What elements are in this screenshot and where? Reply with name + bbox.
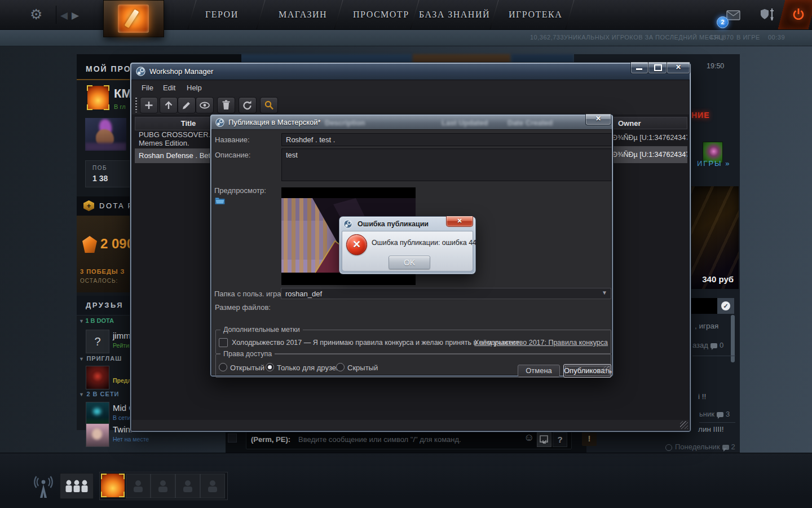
chat-help-button[interactable]: ? xyxy=(553,432,567,447)
add-item-button[interactable] xyxy=(140,97,158,113)
cancel-button[interactable]: Отмена xyxy=(518,365,560,377)
nav-separator xyxy=(490,0,499,29)
browse-folder-icon[interactable] xyxy=(215,196,225,205)
access-radio[interactable] xyxy=(336,363,345,371)
comment-bubble-icon xyxy=(710,343,717,348)
friend-avatar xyxy=(86,402,109,426)
divider xyxy=(56,6,56,24)
party-slot-empty[interactable] xyxy=(175,474,200,498)
party-slot-empty[interactable] xyxy=(126,474,151,498)
friend-group-online[interactable]: ▼ 2 В СЕТИ xyxy=(79,391,120,397)
toolbar-drag-handle[interactable] xyxy=(135,98,137,112)
hero-shoulder xyxy=(85,143,126,151)
in-game-count: 434,870 xyxy=(709,34,734,41)
mail-icon[interactable] xyxy=(726,10,740,20)
nav-separator xyxy=(566,0,575,29)
nav-back-icon[interactable]: ◀ xyxy=(60,10,68,21)
steam-icon xyxy=(215,118,224,127)
slot-frame-corner xyxy=(119,492,125,497)
ghost-column-date-created: Date Created xyxy=(508,119,553,127)
menu-file[interactable]: File xyxy=(142,84,153,92)
dialog-close-button[interactable]: ✕ xyxy=(585,114,611,125)
tab-watch[interactable]: ПРОСМОТР xyxy=(353,10,409,20)
resize-grip[interactable] xyxy=(680,421,688,429)
search-button[interactable] xyxy=(260,97,278,113)
tab-arcade[interactable]: ИГРОТЕКА xyxy=(509,10,562,20)
party-slot-empty[interactable] xyxy=(200,474,225,498)
folder-combobox[interactable]: roshan_def ▼ xyxy=(281,288,611,299)
dialog-resize-grip[interactable] xyxy=(603,366,610,374)
access-group-label: Права доступа xyxy=(220,350,275,358)
tab-my-profile[interactable]: МОЙ ПРО xyxy=(86,64,131,73)
error-close-button[interactable]: ✕ xyxy=(446,216,473,227)
friend-group-in-dota[interactable]: ▼ 1 В DOTA xyxy=(79,317,114,324)
minimize-button[interactable] xyxy=(630,62,648,74)
contest-rules-link[interactable]: Холодрыжество 2017: Правила конкурса xyxy=(474,339,608,347)
menu-edit[interactable]: Edit xyxy=(163,84,175,92)
games-link[interactable]: ИГРЫ » xyxy=(697,159,730,168)
armory-icon[interactable] xyxy=(760,8,776,23)
slot-frame-corner xyxy=(101,492,107,497)
popout-chat-button[interactable] xyxy=(537,432,551,447)
friend-avatar: ? xyxy=(86,330,109,353)
chat-channel-prefix: (Perm, PE): xyxy=(251,435,290,444)
dota-logo-gem xyxy=(118,5,149,33)
tab-heroes[interactable]: ГЕРОИ xyxy=(205,10,239,20)
description-textarea[interactable]: test xyxy=(281,148,612,181)
filesize-label: Размер файлов: xyxy=(215,303,271,312)
contest-checkbox[interactable] xyxy=(219,338,228,347)
feed-line: лин IIII! xyxy=(698,425,723,433)
dota-logo[interactable] xyxy=(103,0,164,37)
access-option-label: Открытый xyxy=(230,364,264,372)
party-slot-empty[interactable] xyxy=(151,474,175,498)
dialog-titlebar[interactable]: Публикация в Мастерской* Description Las… xyxy=(211,116,612,129)
upload-button[interactable] xyxy=(160,97,178,113)
close-button[interactable]: ✕ xyxy=(667,62,690,74)
emoticon-button[interactable]: ☺ xyxy=(524,432,534,444)
error-dialog-title: Ошибка публикации xyxy=(358,220,429,228)
check-circle-icon: ✓ xyxy=(721,301,730,310)
friend-avatar xyxy=(86,423,109,447)
party-slot-avatar[interactable] xyxy=(101,474,125,497)
nav-forward-icon[interactable]: ▶ xyxy=(72,10,79,21)
slot-frame-corner xyxy=(119,474,125,479)
ok-button[interactable]: OK xyxy=(389,256,430,269)
chat-input[interactable]: (Perm, PE): Введите сообщение или символ… xyxy=(246,431,572,449)
feed-divider xyxy=(699,422,735,423)
name-input[interactable]: Roshdef . test . xyxy=(281,133,612,146)
player-avatar[interactable] xyxy=(87,86,109,110)
broadcast-icon[interactable] xyxy=(33,475,54,499)
group-people-icon xyxy=(65,479,89,493)
delete-button[interactable] xyxy=(217,97,235,113)
wins-value: 1 38 xyxy=(92,174,108,183)
feed-comment-row[interactable]: Понедельник2 xyxy=(665,443,735,451)
friend-group-invites[interactable]: ▼ ПРИГЛАШ xyxy=(79,355,122,362)
settings-gear-icon[interactable]: ⚙ xyxy=(30,6,42,23)
access-radio[interactable] xyxy=(266,363,274,371)
menu-help[interactable]: Help xyxy=(187,84,202,92)
tags-group-label: Дополнительные метки xyxy=(220,326,303,334)
hood-shape xyxy=(91,370,104,384)
feed-comment-text: ьник xyxy=(699,410,714,418)
hero-portrait[interactable] xyxy=(85,118,126,151)
window-titlebar[interactable]: Workshop Manager xyxy=(131,64,690,80)
tab-store[interactable]: МАГАЗИН xyxy=(279,10,327,20)
column-header-owner[interactable]: Owner xyxy=(612,117,687,129)
window-footer xyxy=(132,420,689,430)
chat-collapse-button[interactable] xyxy=(228,433,237,443)
feed-divider xyxy=(692,356,735,356)
access-radio[interactable] xyxy=(219,363,227,371)
feed-comment-row[interactable]: ьник3 xyxy=(699,410,730,418)
tab-learn[interactable]: БАЗА ЗНАНИЙ xyxy=(419,10,490,20)
feed-comment-row[interactable]: азад0 xyxy=(692,341,723,349)
view-button[interactable] xyxy=(196,97,214,113)
feed-line: i !! xyxy=(698,392,706,401)
power-button[interactable] xyxy=(792,7,805,22)
alert-button[interactable]: ! xyxy=(582,431,597,446)
confirm-check-button[interactable]: ✓ xyxy=(717,298,734,314)
edit-button[interactable] xyxy=(178,97,196,113)
session-time: 00:39 xyxy=(768,34,785,41)
refresh-button[interactable] xyxy=(239,97,257,113)
party-group-button[interactable] xyxy=(60,473,94,499)
maximize-button[interactable] xyxy=(648,62,667,74)
